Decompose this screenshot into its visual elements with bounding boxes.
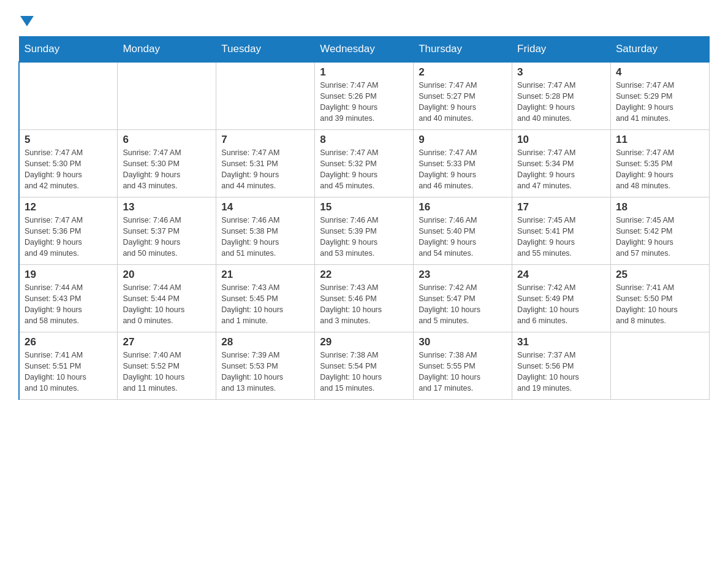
day-number: 17: [517, 201, 605, 213]
calendar-cell: 19Sunrise: 7:44 AM Sunset: 5:43 PM Dayli…: [19, 264, 118, 332]
day-info: Sunrise: 7:38 AM Sunset: 5:54 PM Dayligh…: [320, 350, 408, 394]
day-info: Sunrise: 7:41 AM Sunset: 5:50 PM Dayligh…: [616, 282, 704, 327]
day-number: 31: [517, 336, 605, 348]
day-info: Sunrise: 7:47 AM Sunset: 5:32 PM Dayligh…: [320, 147, 408, 192]
calendar-cell: 23Sunrise: 7:42 AM Sunset: 5:47 PM Dayli…: [414, 264, 512, 332]
day-info: Sunrise: 7:47 AM Sunset: 5:30 PM Dayligh…: [25, 147, 112, 192]
day-number: 10: [517, 134, 605, 146]
logo-triangle-icon: [20, 16, 34, 26]
day-number: 11: [616, 134, 704, 146]
day-info: Sunrise: 7:46 AM Sunset: 5:37 PM Dayligh…: [123, 215, 211, 259]
day-info: Sunrise: 7:43 AM Sunset: 5:46 PM Dayligh…: [320, 282, 408, 327]
calendar-cell: 20Sunrise: 7:44 AM Sunset: 5:44 PM Dayli…: [118, 264, 216, 332]
day-number: 8: [320, 134, 408, 146]
day-number: 5: [25, 134, 112, 146]
page-header: [18, 12, 710, 24]
calendar-cell: 30Sunrise: 7:38 AM Sunset: 5:55 PM Dayli…: [414, 332, 512, 399]
day-number: 15: [320, 201, 408, 213]
day-number: 28: [221, 336, 309, 348]
calendar-cell: 27Sunrise: 7:40 AM Sunset: 5:52 PM Dayli…: [118, 332, 216, 399]
day-info: Sunrise: 7:39 AM Sunset: 5:53 PM Dayligh…: [221, 350, 309, 394]
calendar-cell: 31Sunrise: 7:37 AM Sunset: 5:56 PM Dayli…: [512, 332, 611, 399]
weekday-header-sunday: Sunday: [19, 37, 118, 63]
calendar-cell: 16Sunrise: 7:46 AM Sunset: 5:40 PM Dayli…: [414, 197, 512, 264]
weekday-header-friday: Friday: [512, 37, 611, 63]
calendar-week-row: 26Sunrise: 7:41 AM Sunset: 5:51 PM Dayli…: [19, 332, 710, 399]
day-number: 4: [616, 66, 704, 79]
day-number: 18: [616, 201, 704, 213]
calendar-cell: 25Sunrise: 7:41 AM Sunset: 5:50 PM Dayli…: [611, 264, 710, 332]
calendar-cell: 1Sunrise: 7:47 AM Sunset: 5:26 PM Daylig…: [315, 62, 414, 129]
calendar-cell: 22Sunrise: 7:43 AM Sunset: 5:46 PM Dayli…: [315, 264, 414, 332]
calendar-cell: 24Sunrise: 7:42 AM Sunset: 5:49 PM Dayli…: [512, 264, 611, 332]
day-info: Sunrise: 7:47 AM Sunset: 5:36 PM Dayligh…: [25, 215, 112, 259]
day-info: Sunrise: 7:38 AM Sunset: 5:55 PM Dayligh…: [419, 350, 507, 394]
day-info: Sunrise: 7:45 AM Sunset: 5:41 PM Dayligh…: [517, 215, 605, 259]
day-info: Sunrise: 7:43 AM Sunset: 5:45 PM Dayligh…: [221, 282, 309, 327]
day-number: 26: [25, 336, 112, 348]
calendar-cell: 4Sunrise: 7:47 AM Sunset: 5:29 PM Daylig…: [611, 62, 710, 129]
day-info: Sunrise: 7:41 AM Sunset: 5:51 PM Dayligh…: [25, 350, 112, 394]
calendar-cell: 13Sunrise: 7:46 AM Sunset: 5:37 PM Dayli…: [118, 197, 216, 264]
calendar-cell: 14Sunrise: 7:46 AM Sunset: 5:38 PM Dayli…: [216, 197, 315, 264]
calendar-cell: 5Sunrise: 7:47 AM Sunset: 5:30 PM Daylig…: [19, 129, 118, 197]
calendar-cell: 12Sunrise: 7:47 AM Sunset: 5:36 PM Dayli…: [19, 197, 118, 264]
day-number: 21: [221, 269, 309, 281]
day-info: Sunrise: 7:47 AM Sunset: 5:28 PM Dayligh…: [517, 80, 605, 124]
calendar-cell: 15Sunrise: 7:46 AM Sunset: 5:39 PM Dayli…: [315, 197, 414, 264]
day-number: 27: [123, 336, 211, 348]
calendar-cell: 7Sunrise: 7:47 AM Sunset: 5:31 PM Daylig…: [216, 129, 315, 197]
day-number: 12: [25, 201, 112, 213]
day-info: Sunrise: 7:46 AM Sunset: 5:40 PM Dayligh…: [419, 215, 507, 259]
day-number: 16: [419, 201, 507, 213]
day-info: Sunrise: 7:42 AM Sunset: 5:47 PM Dayligh…: [419, 282, 507, 327]
day-number: 9: [419, 134, 507, 146]
day-number: 7: [221, 134, 309, 146]
day-info: Sunrise: 7:47 AM Sunset: 5:26 PM Dayligh…: [320, 80, 408, 124]
calendar-cell: 26Sunrise: 7:41 AM Sunset: 5:51 PM Dayli…: [19, 332, 118, 399]
day-info: Sunrise: 7:47 AM Sunset: 5:31 PM Dayligh…: [221, 147, 309, 192]
day-info: Sunrise: 7:47 AM Sunset: 5:27 PM Dayligh…: [419, 80, 507, 124]
day-number: 6: [123, 134, 211, 146]
calendar-body: 1Sunrise: 7:47 AM Sunset: 5:26 PM Daylig…: [19, 62, 710, 399]
day-info: Sunrise: 7:42 AM Sunset: 5:49 PM Dayligh…: [517, 282, 605, 327]
calendar-cell: 2Sunrise: 7:47 AM Sunset: 5:27 PM Daylig…: [414, 62, 512, 129]
calendar-cell: [118, 62, 216, 129]
day-number: 24: [517, 269, 605, 281]
calendar-header: SundayMondayTuesdayWednesdayThursdayFrid…: [19, 37, 710, 63]
weekday-header-wednesday: Wednesday: [315, 37, 414, 63]
weekday-header-thursday: Thursday: [414, 37, 512, 63]
day-number: 13: [123, 201, 211, 213]
calendar-cell: 11Sunrise: 7:47 AM Sunset: 5:35 PM Dayli…: [611, 129, 710, 197]
day-number: 2: [419, 66, 507, 79]
day-info: Sunrise: 7:47 AM Sunset: 5:29 PM Dayligh…: [616, 80, 704, 124]
day-info: Sunrise: 7:44 AM Sunset: 5:44 PM Dayligh…: [123, 282, 211, 327]
calendar-cell: [611, 332, 710, 399]
day-info: Sunrise: 7:37 AM Sunset: 5:56 PM Dayligh…: [517, 350, 605, 394]
calendar-week-row: 19Sunrise: 7:44 AM Sunset: 5:43 PM Dayli…: [19, 264, 710, 332]
calendar-cell: 21Sunrise: 7:43 AM Sunset: 5:45 PM Dayli…: [216, 264, 315, 332]
day-info: Sunrise: 7:46 AM Sunset: 5:38 PM Dayligh…: [221, 215, 309, 259]
weekday-header-row: SundayMondayTuesdayWednesdayThursdayFrid…: [19, 37, 710, 63]
calendar-cell: 8Sunrise: 7:47 AM Sunset: 5:32 PM Daylig…: [315, 129, 414, 197]
day-number: 23: [419, 269, 507, 281]
day-number: 3: [517, 66, 605, 79]
calendar-cell: 18Sunrise: 7:45 AM Sunset: 5:42 PM Dayli…: [611, 197, 710, 264]
calendar-week-row: 1Sunrise: 7:47 AM Sunset: 5:26 PM Daylig…: [19, 62, 710, 129]
day-info: Sunrise: 7:44 AM Sunset: 5:43 PM Dayligh…: [25, 282, 112, 327]
day-number: 19: [25, 269, 112, 281]
calendar-cell: [216, 62, 315, 129]
calendar-cell: 3Sunrise: 7:47 AM Sunset: 5:28 PM Daylig…: [512, 62, 611, 129]
calendar-week-row: 5Sunrise: 7:47 AM Sunset: 5:30 PM Daylig…: [19, 129, 710, 197]
weekday-header-tuesday: Tuesday: [216, 37, 315, 63]
logo: [18, 12, 34, 24]
calendar-table: SundayMondayTuesdayWednesdayThursdayFrid…: [18, 36, 710, 400]
calendar-cell: [19, 62, 118, 129]
calendar-cell: 29Sunrise: 7:38 AM Sunset: 5:54 PM Dayli…: [315, 332, 414, 399]
day-info: Sunrise: 7:40 AM Sunset: 5:52 PM Dayligh…: [123, 350, 211, 394]
day-number: 1: [320, 66, 408, 79]
weekday-header-monday: Monday: [118, 37, 216, 63]
calendar-week-row: 12Sunrise: 7:47 AM Sunset: 5:36 PM Dayli…: [19, 197, 710, 264]
day-number: 29: [320, 336, 408, 348]
calendar-cell: 10Sunrise: 7:47 AM Sunset: 5:34 PM Dayli…: [512, 129, 611, 197]
